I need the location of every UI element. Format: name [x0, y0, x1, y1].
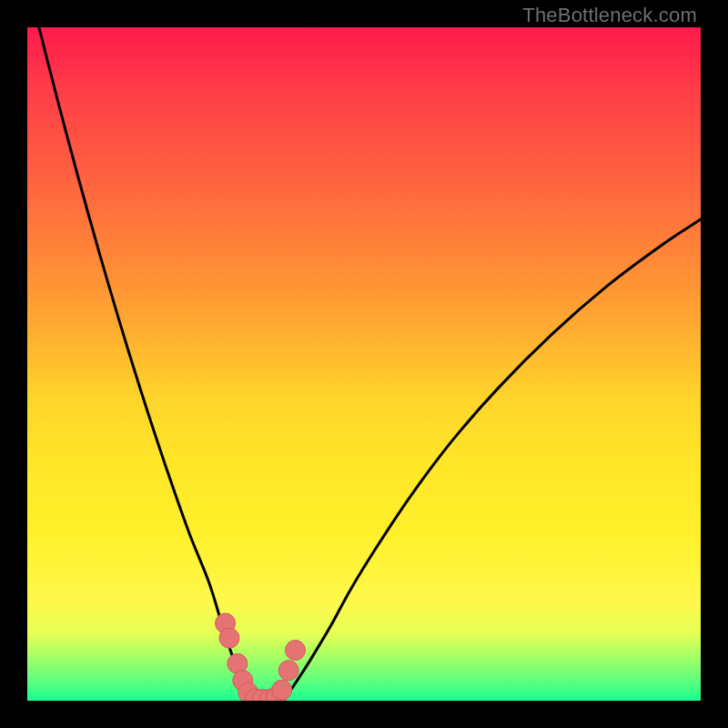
data-marker: [272, 680, 292, 700]
data-marker: [219, 628, 239, 648]
plot-area: [27, 27, 701, 701]
chart-frame: TheBottleneck.com: [0, 0, 728, 728]
chart-svg: [27, 27, 701, 701]
data-marker: [278, 661, 298, 681]
bottleneck-curve: [27, 27, 701, 701]
data-marker: [286, 641, 306, 661]
watermark-text: TheBottleneck.com: [522, 4, 697, 27]
marker-group: [216, 613, 306, 701]
